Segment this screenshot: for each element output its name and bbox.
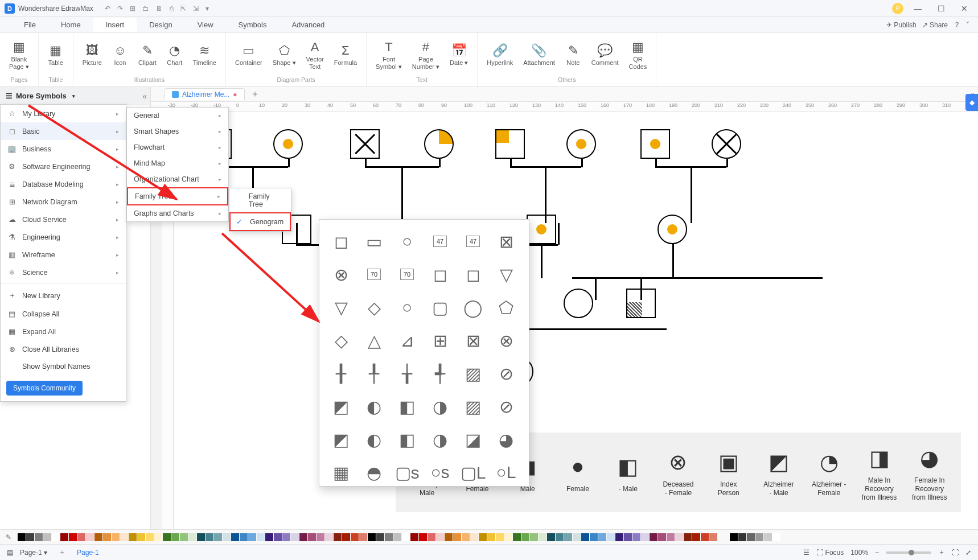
genogram-symbol[interactable]: ◑ bbox=[426, 426, 454, 453]
layers-icon[interactable]: ☱ bbox=[803, 549, 809, 557]
genogram-symbol[interactable]: ◐ bbox=[360, 426, 388, 453]
color-swatch[interactable] bbox=[581, 533, 589, 541]
flyout-item-basic[interactable]: ◻Basic▸ bbox=[1, 122, 126, 140]
flyout-item-database-modeling[interactable]: ≣Database Modeling▸ bbox=[1, 175, 126, 193]
close-button[interactable]: ✕ bbox=[955, 2, 973, 15]
genogram-symbol[interactable]: ⊗ bbox=[327, 261, 355, 288]
flyout-item-network-diagram[interactable]: ⊞Network Diagram▸ bbox=[1, 193, 126, 211]
genogram-node[interactable] bbox=[640, 129, 670, 159]
genogram-node[interactable] bbox=[566, 129, 596, 159]
color-swatch[interactable] bbox=[223, 533, 231, 541]
color-swatch[interactable] bbox=[764, 533, 772, 541]
ribbon-container-button[interactable]: ▭Container bbox=[231, 41, 267, 69]
genogram-symbol[interactable]: ◻ bbox=[327, 228, 355, 255]
menu-home[interactable]: Home bbox=[48, 18, 93, 32]
menu-insert[interactable]: Insert bbox=[93, 18, 137, 32]
genogram-symbol[interactable]: 47 bbox=[459, 228, 487, 255]
color-swatch[interactable] bbox=[308, 533, 316, 541]
ribbon-picture-button[interactable]: 🖼Picture bbox=[78, 41, 106, 69]
flyout-action-new-library[interactable]: ＋New Library bbox=[1, 286, 126, 305]
color-swatch[interactable] bbox=[598, 533, 606, 541]
genogram-symbol[interactable]: ⊘ bbox=[492, 360, 520, 387]
color-swatch[interactable] bbox=[755, 533, 763, 541]
color-swatch[interactable] bbox=[692, 533, 700, 541]
genogram-node[interactable] bbox=[424, 129, 454, 159]
ribbon-vector-button[interactable]: AVectorText bbox=[302, 38, 328, 73]
add-tab-button[interactable]: ＋ bbox=[250, 88, 260, 100]
ribbon-font-button[interactable]: TFontSymbol ▾ bbox=[371, 38, 406, 73]
genogram-symbol[interactable]: △ bbox=[360, 327, 388, 354]
flyout-action-collapse-all[interactable]: ▤Collapse All bbox=[1, 305, 126, 323]
genogram-symbol[interactable]: ▢s bbox=[393, 459, 421, 486]
color-swatch[interactable] bbox=[564, 533, 572, 541]
color-swatch[interactable] bbox=[35, 533, 43, 541]
maximize-button[interactable]: ☐ bbox=[932, 2, 951, 15]
ribbon-formula-button[interactable]: ΣFormula bbox=[330, 41, 361, 69]
color-swatch[interactable] bbox=[154, 533, 162, 541]
color-swatch[interactable] bbox=[257, 533, 265, 541]
genogram-node[interactable] bbox=[350, 129, 380, 159]
page-add-button[interactable]: ＋ bbox=[59, 547, 65, 557]
genogram-symbol[interactable]: ▽ bbox=[492, 261, 520, 288]
genogram-symbol[interactable]: ▢L bbox=[459, 459, 487, 486]
color-swatch[interactable] bbox=[77, 533, 85, 541]
color-swatch[interactable] bbox=[496, 533, 504, 541]
genogram-node[interactable] bbox=[658, 215, 687, 244]
color-swatch[interactable] bbox=[650, 533, 658, 541]
color-swatch[interactable] bbox=[530, 533, 538, 541]
ribbon-shape--button[interactable]: ⬠Shape ▾ bbox=[268, 41, 301, 69]
genogram-symbol[interactable]: ◪ bbox=[459, 426, 487, 453]
color-swatch[interactable] bbox=[291, 533, 299, 541]
genogram-symbol[interactable]: ◩ bbox=[327, 426, 355, 453]
color-swatch[interactable] bbox=[171, 533, 179, 541]
submenu-item-flowchart[interactable]: Flowchart▸ bbox=[127, 139, 228, 155]
ribbon-qr-button[interactable]: ▦QRCodes bbox=[624, 38, 652, 73]
submenu-item-organizational-chart[interactable]: Organizational Chart▸ bbox=[127, 171, 228, 187]
color-swatch[interactable] bbox=[231, 533, 239, 541]
color-swatch[interactable] bbox=[684, 533, 692, 541]
menu-symbols[interactable]: Symbols bbox=[226, 18, 280, 32]
zoom-level[interactable]: 100% bbox=[850, 549, 868, 557]
flyout-item-my-library[interactable]: ☆My Library▸ bbox=[1, 105, 126, 122]
color-swatch[interactable] bbox=[299, 533, 307, 541]
submenu-item-smart-shapes[interactable]: Smart Shapes▸ bbox=[127, 123, 228, 139]
save-icon[interactable]: 🗎 bbox=[156, 5, 163, 13]
color-swatch[interactable] bbox=[632, 533, 640, 541]
flyout-item-engineering[interactable]: ⚗Engineering▸ bbox=[1, 228, 126, 246]
right-panel-toggle[interactable]: ◆ bbox=[965, 94, 978, 111]
genogram-symbol[interactable]: ○ bbox=[393, 228, 421, 255]
genogram-symbol[interactable]: ◻ bbox=[426, 261, 454, 288]
color-swatch[interactable] bbox=[26, 533, 34, 541]
color-swatch[interactable] bbox=[274, 533, 282, 541]
color-swatch[interactable] bbox=[641, 533, 649, 541]
color-swatch[interactable] bbox=[146, 533, 154, 541]
color-swatch[interactable] bbox=[137, 533, 145, 541]
color-swatch[interactable] bbox=[197, 533, 205, 541]
color-swatch[interactable] bbox=[445, 533, 453, 541]
flyout-item-science[interactable]: ⚛Science▸ bbox=[1, 263, 126, 281]
menu-advanced[interactable]: Advanced bbox=[279, 18, 337, 32]
genogram-symbol[interactable]: ◯ bbox=[459, 294, 487, 321]
color-swatch[interactable] bbox=[282, 533, 290, 541]
color-swatch[interactable] bbox=[317, 533, 324, 541]
ribbon-attachment-button[interactable]: 📎Attachment bbox=[519, 41, 560, 69]
color-swatch[interactable] bbox=[43, 533, 51, 541]
color-swatch[interactable] bbox=[325, 533, 333, 541]
zoom-in-button[interactable]: ＋ bbox=[938, 547, 945, 557]
color-swatch[interactable] bbox=[368, 533, 376, 541]
color-swatch[interactable] bbox=[94, 533, 102, 541]
genogram-symbol[interactable]: ○ bbox=[393, 294, 421, 321]
color-swatch[interactable] bbox=[129, 533, 137, 541]
ribbon-table-button[interactable]: ▦Table bbox=[43, 41, 68, 69]
ribbon-blank-button[interactable]: ▦BlankPage ▾ bbox=[5, 38, 34, 73]
color-swatch[interactable] bbox=[624, 533, 632, 541]
genogram-symbol[interactable]: ◩ bbox=[327, 393, 355, 420]
flyout-item-wireframe[interactable]: ▥Wireframe▸ bbox=[1, 246, 126, 263]
color-swatch[interactable] bbox=[709, 533, 717, 541]
ribbon-note-button[interactable]: ✎Note bbox=[561, 41, 586, 69]
qat-more-icon[interactable]: ▾ bbox=[206, 5, 209, 13]
genogram-symbol[interactable]: ╁ bbox=[393, 360, 421, 387]
genogram-symbol[interactable]: ◇ bbox=[360, 294, 388, 321]
ribbon-collapse-icon[interactable]: ˅ bbox=[966, 21, 969, 29]
import-icon[interactable]: ⇲ bbox=[193, 5, 199, 13]
